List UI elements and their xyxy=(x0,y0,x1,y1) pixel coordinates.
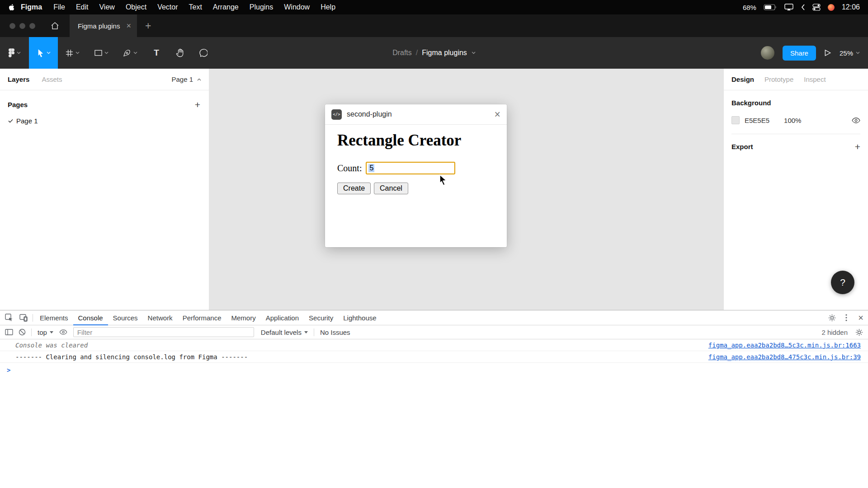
comment-tool-button[interactable] xyxy=(192,37,215,69)
menu-file[interactable]: File xyxy=(48,3,71,11)
cancel-button[interactable]: Cancel xyxy=(374,183,408,194)
console-sidebar-icon[interactable] xyxy=(3,326,15,338)
text-tool-button[interactable]: T xyxy=(145,37,168,69)
devtools-tab-elements[interactable]: Elements xyxy=(35,310,73,325)
page-selector[interactable]: Page 1 xyxy=(171,75,201,83)
menu-arrange[interactable]: Arrange xyxy=(208,3,244,11)
add-export-button[interactable]: + xyxy=(855,142,860,151)
breadcrumb-file-name[interactable]: Figma plugins xyxy=(422,49,467,57)
devtools-tab-application[interactable]: Application xyxy=(261,310,304,325)
clear-console-icon[interactable] xyxy=(16,326,28,338)
menu-window[interactable]: Window xyxy=(278,3,315,11)
menu-view[interactable]: View xyxy=(94,3,120,11)
devtools-tab-performance[interactable]: Performance xyxy=(178,310,226,325)
issues-counter[interactable]: No Issues xyxy=(317,328,353,336)
tab-design[interactable]: Design xyxy=(731,75,754,83)
user-avatar[interactable] xyxy=(761,46,774,60)
console-prompt[interactable]: > xyxy=(0,363,868,375)
help-button[interactable]: ? xyxy=(831,271,854,294)
menu-vector[interactable]: Vector xyxy=(152,3,183,11)
main-menu-button[interactable] xyxy=(0,37,29,69)
pen-tool-button[interactable] xyxy=(116,37,145,69)
console-settings-gear-icon[interactable] xyxy=(853,326,865,338)
tab-assets[interactable]: Assets xyxy=(42,75,62,83)
console-message-text: Console was cleared xyxy=(15,342,88,349)
create-button[interactable]: Create xyxy=(337,183,371,194)
add-page-button[interactable]: + xyxy=(195,100,200,109)
devtools-tab-lighthouse[interactable]: Lighthouse xyxy=(338,310,381,325)
canvas[interactable]: </> second-plugin × Rectangle Creator Co… xyxy=(209,69,723,310)
plugin-dialog-header[interactable]: </> second-plugin × xyxy=(325,104,507,125)
chevron-down-icon[interactable] xyxy=(104,52,108,54)
tab-close-icon[interactable]: × xyxy=(126,22,131,30)
chevron-down-icon[interactable] xyxy=(133,52,137,54)
chevron-left-icon[interactable] xyxy=(801,4,805,11)
more-options-kebab-icon[interactable] xyxy=(839,310,854,325)
pages-header: Pages xyxy=(8,101,28,108)
chevron-down-icon[interactable] xyxy=(75,52,80,54)
context-selector[interactable]: top xyxy=(35,328,56,336)
device-toolbar-icon[interactable] xyxy=(16,310,31,325)
devtools-tab-security[interactable]: Security xyxy=(304,310,338,325)
background-color-swatch[interactable] xyxy=(731,116,740,124)
share-button[interactable]: Share xyxy=(783,46,816,61)
apple-logo-icon[interactable] xyxy=(8,3,15,11)
close-icon[interactable]: × xyxy=(495,109,500,120)
devtools-tab-network[interactable]: Network xyxy=(143,310,178,325)
chevron-down-icon[interactable] xyxy=(47,52,51,54)
shape-tool-button[interactable] xyxy=(87,37,116,69)
background-hex-value[interactable]: E5E5E5 xyxy=(745,117,769,124)
home-button[interactable] xyxy=(46,17,63,34)
tab-prototype[interactable]: Prototype xyxy=(764,75,793,83)
menu-object[interactable]: Object xyxy=(120,3,152,11)
new-tab-button[interactable]: + xyxy=(145,21,151,31)
visibility-eye-icon[interactable] xyxy=(852,117,860,123)
menubar-clock: 12:06 xyxy=(842,3,860,11)
console-source-link[interactable]: figma_app.eaa2ba2bd8…475c3c.min.js.br:39 xyxy=(708,353,861,361)
background-opacity-value[interactable]: 100% xyxy=(784,117,801,124)
log-levels-dropdown[interactable]: Default levels xyxy=(258,328,311,336)
control-center-icon[interactable] xyxy=(812,3,821,11)
siri-icon[interactable] xyxy=(828,4,835,11)
console-message: Console was cleared figma_app.eaa2ba2bd8… xyxy=(0,339,868,351)
console-source-link[interactable]: figma_app.eaa2ba2bd8…5c3c.min.js.br:1663 xyxy=(708,342,861,349)
menu-help[interactable]: Help xyxy=(315,3,341,11)
battery-icon[interactable] xyxy=(764,4,777,10)
devtools-tab-memory[interactable]: Memory xyxy=(226,310,261,325)
hand-tool-button[interactable] xyxy=(168,37,192,69)
zoom-menu[interactable]: 25% xyxy=(840,49,860,57)
screen-mirroring-icon[interactable] xyxy=(784,4,793,11)
frame-tool-button[interactable] xyxy=(58,37,87,69)
move-tool-button[interactable] xyxy=(29,37,58,69)
console-prompt-chevron: > xyxy=(7,366,10,374)
hidden-messages-count[interactable]: 2 hidden xyxy=(817,328,852,336)
filter-eye-icon[interactable] xyxy=(57,326,69,338)
console-message-text: ------- Clearing and silencing console.l… xyxy=(15,353,248,361)
devtools-tab-console[interactable]: Console xyxy=(73,310,108,325)
settings-gear-icon[interactable] xyxy=(825,310,839,325)
tab-layers[interactable]: Layers xyxy=(8,75,29,83)
window-close-button[interactable] xyxy=(9,23,15,29)
tab-inspect[interactable]: Inspect xyxy=(804,75,826,83)
file-tab[interactable]: Figma plugins × xyxy=(70,14,137,37)
devtools-close-icon[interactable]: × xyxy=(854,310,868,325)
chevron-down-icon[interactable] xyxy=(472,52,476,54)
breadcrumb-folder[interactable]: Drafts xyxy=(392,49,412,57)
figma-logo-icon xyxy=(9,48,14,57)
menubar-app-name[interactable]: Figma xyxy=(15,3,48,11)
menu-edit[interactable]: Edit xyxy=(71,3,94,11)
console-filter-input[interactable] xyxy=(73,327,254,337)
export-section-header: Export xyxy=(731,143,753,150)
chevron-down-icon xyxy=(17,52,21,54)
zoom-level: 25% xyxy=(840,49,853,57)
devtools-tab-sources[interactable]: Sources xyxy=(108,310,143,325)
menu-plugins[interactable]: Plugins xyxy=(244,3,278,11)
window-zoom-button[interactable] xyxy=(29,23,35,29)
inspect-element-icon[interactable] xyxy=(2,310,16,325)
page-list-item[interactable]: Page 1 xyxy=(0,112,209,129)
plugin-heading: Rectangle Creator xyxy=(337,131,495,150)
window-minimize-button[interactable] xyxy=(19,23,25,29)
count-input[interactable]: 5 xyxy=(366,162,455,174)
menu-text[interactable]: Text xyxy=(183,3,207,11)
present-button[interactable] xyxy=(824,49,831,57)
